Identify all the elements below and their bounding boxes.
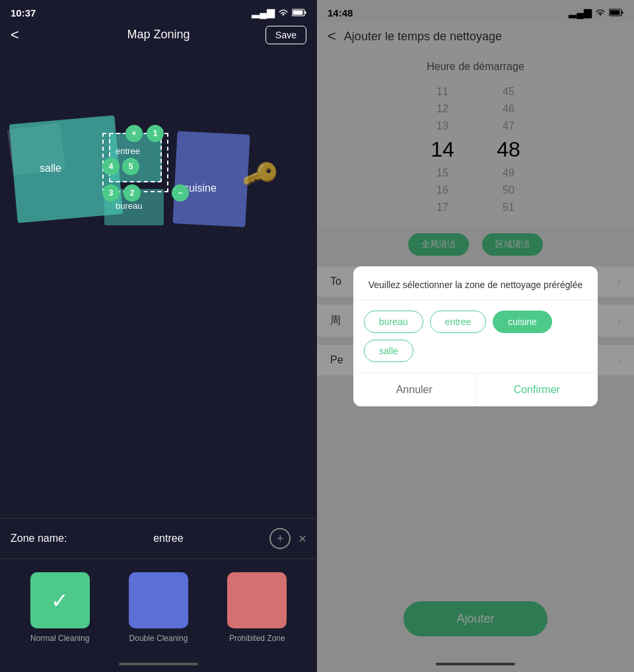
modal-room-cuisine[interactable]: cuisine: [493, 311, 552, 333]
zone-name-row: Zone name: entree + ×: [0, 519, 317, 559]
zone-add-button[interactable]: +: [269, 528, 291, 549]
signal-icon: ▂▄▆: [252, 7, 275, 19]
left-nav-title: Map Zoning: [127, 28, 190, 42]
left-nav-bar: < Map Zoning Save: [0, 22, 317, 47]
zone-type-normal[interactable]: ✓ Normal Cleaning: [30, 572, 90, 643]
room-cuisine[interactable]: [172, 131, 250, 227]
modal-confirm-button[interactable]: Confirmer: [476, 373, 598, 406]
left-status-icons: ▂▄▆: [252, 7, 306, 19]
left-back-button[interactable]: <: [11, 26, 19, 44]
zone-type-prohibited-label: Prohibited Zone: [229, 634, 285, 643]
modal-actions: Annuler Confirmer: [353, 373, 598, 406]
modal-overlay: Veuillez sélectionner la zone de nettoya…: [317, 0, 634, 672]
zone-marker-plus[interactable]: +: [125, 125, 143, 142]
left-status-bar: 10:37 ▂▄▆: [0, 0, 317, 22]
modal-rooms: bureau entree cuisine salle: [353, 300, 598, 373]
zone-types: ✓ Normal Cleaning Double Cleaning Prohib…: [0, 559, 317, 663]
zone-name-value: entree: [75, 533, 262, 544]
modal-title: Veuillez sélectionner la zone de nettoya…: [353, 266, 598, 300]
bottom-panel: Zone name: entree + × ✓ Normal Cleaning …: [0, 518, 317, 672]
zone-type-double[interactable]: Double Cleaning: [129, 572, 188, 643]
room-salle-label: salle: [40, 163, 61, 174]
modal-room-bureau[interactable]: bureau: [364, 311, 423, 333]
zone-type-prohibited[interactable]: Prohibited Zone: [227, 572, 287, 643]
modal-box: Veuillez sélectionner la zone de nettoya…: [353, 266, 598, 406]
zone-marker-minus[interactable]: −: [172, 184, 189, 202]
save-button[interactable]: Save: [265, 26, 306, 44]
checkmark-icon: ✓: [51, 588, 69, 613]
zone-type-prohibited-box: [227, 572, 287, 628]
left-home-indicator: [0, 663, 317, 672]
zone-type-double-box: [129, 572, 188, 628]
zone-name-label: Zone name:: [11, 533, 67, 544]
zone-close-button[interactable]: ×: [299, 531, 306, 546]
left-panel: 10:37 ▂▄▆ < Map Zoning Save salle entree: [0, 0, 317, 672]
modal-cancel-button[interactable]: Annuler: [353, 373, 476, 406]
zone-type-normal-box: ✓: [30, 572, 90, 628]
modal-room-salle[interactable]: salle: [364, 340, 413, 362]
zone-marker-3[interactable]: 3: [102, 184, 120, 202]
map-area: salle entree bureau cuisine 🔑 + 1 4 5 3 …: [0, 47, 317, 518]
svg-rect-2: [293, 10, 303, 15]
right-panel: 14:48 ▂▄▆ < Ajouter le temps de nettoyag…: [317, 0, 634, 672]
zone-marker-5[interactable]: 5: [122, 158, 139, 175]
zone-type-double-label: Double Cleaning: [129, 634, 188, 643]
zone-marker-1[interactable]: 1: [147, 125, 164, 142]
map-canvas: salle entree bureau cuisine 🔑 + 1 4 5 3 …: [0, 47, 317, 518]
room-bureau-label: bureau: [116, 201, 142, 211]
zone-type-normal-label: Normal Cleaning: [30, 634, 89, 643]
zone-marker-2[interactable]: 2: [123, 184, 141, 202]
left-home-bar: [119, 663, 198, 665]
modal-room-entree[interactable]: entree: [430, 311, 487, 333]
battery-icon: [292, 7, 306, 19]
left-time: 10:37: [11, 7, 36, 19]
wifi-icon: [278, 7, 289, 19]
svg-rect-1: [305, 11, 306, 14]
zone-marker-4[interactable]: 4: [102, 158, 120, 175]
